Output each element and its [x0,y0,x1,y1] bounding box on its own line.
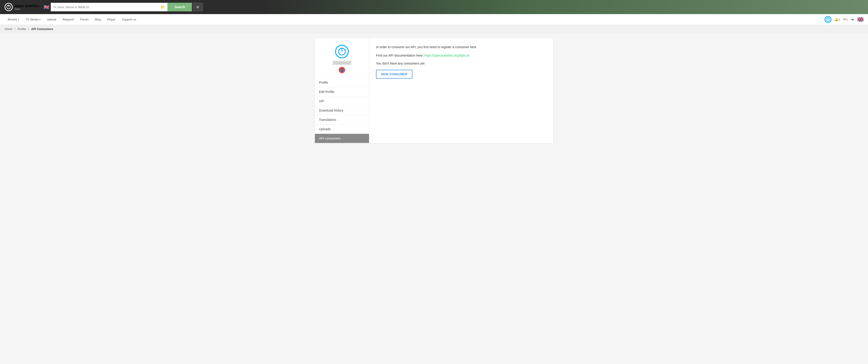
notifications-icon[interactable]: 🔔 0 [835,18,840,21]
messages-count: 0 [846,18,847,21]
search-button[interactable]: Search [167,3,192,11]
nav-player[interactable]: Player [104,14,119,25]
nav-supportus[interactable]: Support us [119,14,140,25]
nav-blog[interactable]: Blog [92,14,104,25]
nav-upload[interactable]: Upload [44,14,59,25]
breadcrumb-profile[interactable]: Profile [18,27,26,31]
search-input[interactable] [53,5,160,9]
power-svg-icon [826,17,831,22]
exit-icon[interactable]: ➜ [851,17,854,22]
folder-icon[interactable]: 📁 [160,5,165,9]
sidebar-item-translations[interactable]: Translations [315,115,369,125]
logo-circle-icon [4,3,13,11]
sidebar-item-uploads[interactable]: Uploads [315,125,369,134]
content-area: In order to consume our API, you first n… [369,38,553,143]
new-consumer-button[interactable]: NEW CONSUMER [376,70,412,78]
sidebar-item-profile[interactable]: Profile [315,78,369,87]
nav-movies[interactable]: Movies ▾ [4,14,22,25]
gear-icon: ⚙ [196,5,199,9]
api-intro-text: In order to consume our API, you first n… [376,45,546,49]
person-icon: 👤 [340,68,344,72]
power-icon-logo [6,4,11,9]
avatar-warning-icon: 👤 [339,67,345,73]
sidebar-item-download-history[interactable]: Download history [315,106,369,115]
sidebar-item-api-consumers[interactable]: API consumers [315,134,369,143]
nav-left: Movies ▾ TV Series ▾ Upload Request Foru… [4,14,140,25]
logo-area: Open Subtitles Beta [4,3,39,11]
avatar-power-icon [335,45,349,58]
uk-flag-search: 🇬🇧 [44,4,49,10]
breadcrumb-sep-2: / [28,27,29,31]
bell-icon: 🔔 [835,18,838,21]
nav-tvseries[interactable]: TV Series ▾ [22,14,44,25]
movies-arrow-icon: ▾ [18,18,19,21]
api-doc-text: Find our API documentation here: https:/… [376,53,546,58]
sidebar-item-vip[interactable]: VIP [315,97,369,106]
breadcrumb-sep-1: / [14,27,16,31]
search-area: 🇬🇧 📁 Search ⚙ [44,3,203,11]
search-input-wrap: 📁 [51,3,167,11]
tvseries-arrow-icon: ▾ [39,18,40,21]
uk-flag-nav[interactable]: 🇬🇧 [857,16,864,23]
logo-text: Open Subtitles Beta [15,4,39,10]
logo-title: Open Subtitles [15,4,39,8]
username-blurred: ●●●●●●● [334,61,350,65]
api-doc-prefix: Find our API documentation here: [376,54,424,57]
logo-beta: Beta [15,8,39,10]
nav-request[interactable]: Request [59,14,76,25]
sidebar-item-edit-profile[interactable]: Edit Profile [315,87,369,97]
header: Open Subtitles Beta 🇬🇧 📁 Search ⚙ [0,0,868,14]
breadcrumb-home[interactable]: Home [4,27,12,31]
sidebar: ●●●●●●● 👤 Profile Edit Profile VIP Downl… [315,38,369,143]
notifications-count: 0 [839,18,840,21]
envelope-icon: ✉ [843,18,846,21]
nav-right: 🔔 0 ✉ 0 ➜ 🇬🇧 [825,16,864,23]
power-nav-icon[interactable] [825,16,831,23]
header-content: Open Subtitles Beta 🇬🇧 📁 Search ⚙ [4,3,864,11]
api-doc-link[interactable]: https://opensubtitles.stoplight.io/ [424,54,469,57]
sidebar-avatar: ●●●●●●● 👤 [315,38,369,78]
settings-button[interactable]: ⚙ [193,3,203,11]
breadcrumb: Home / Profile / API Consumers [0,25,868,33]
no-consumers-text: You don't have any consumers yet [376,62,546,65]
main-content: ●●●●●●● 👤 Profile Edit Profile VIP Downl… [315,38,553,143]
navbar: Movies ▾ TV Series ▾ Upload Request Foru… [0,14,868,25]
nav-forum[interactable]: Forum [77,14,92,25]
messages-icon[interactable]: ✉ 0 [843,18,847,21]
avatar-power-svg [337,47,346,56]
avatar-username: ●●●●●●● [332,61,352,65]
breadcrumb-current: API Consumers [31,27,53,31]
